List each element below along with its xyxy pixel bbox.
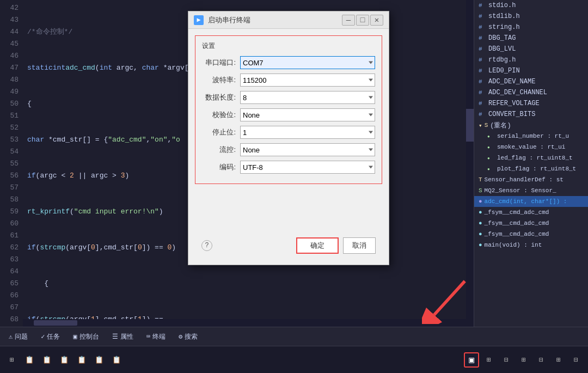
flow-control-select-wrapper[interactable]: None RTS/CTS [240,143,375,156]
settings-section: 设置 串口端口: COM7 COM1 COM3 波特率: [195,35,382,184]
stop-bits-row: 停止位: 1 2 [202,126,375,139]
dialog-footer: ? 确定 取消 [195,233,382,258]
dialog-titlebar: ▶ 启动串行终端 — □ ✕ [188,11,389,29]
dialog-title: 启动串行终端 [208,15,341,25]
baud-rate-row: 波特率: 115200 9600 38400 [202,74,375,87]
parity-label: 校验位: [202,110,236,120]
stop-bits-label: 停止位: [202,127,236,137]
stop-bits-select[interactable]: 1 2 [240,126,375,139]
dialog-minimize-btn[interactable]: — [342,15,355,26]
cancel-button[interactable]: 取消 [343,237,376,254]
parity-select-wrapper[interactable]: None Even Odd [240,108,375,121]
dialog-empty-area [195,189,382,233]
section-title: 设置 [202,41,375,51]
com-port-select[interactable]: COM7 COM1 COM3 [240,56,375,69]
confirm-button[interactable]: 确定 [296,237,339,254]
parity-row: 校验位: None Even Odd [202,108,375,121]
data-length-label: 数据长度: [202,93,236,102]
data-length-select-wrapper[interactable]: 8 7 [240,91,375,104]
serial-terminal-dialog: ▶ 启动串行终端 — □ ✕ 设置 串口端口: COM7 COM1 COM3 [188,11,389,265]
baud-rate-select-wrapper[interactable]: 115200 9600 38400 [240,74,375,87]
baud-rate-label: 波特率: [202,75,236,85]
svg-line-1 [434,281,465,315]
com-port-row: 串口端口: COM7 COM1 COM3 [202,56,375,69]
encoding-row: 编码: UTF-8 GBK ASCII [202,161,375,174]
encoding-select-wrapper[interactable]: UTF-8 GBK ASCII [240,161,375,174]
com-port-label: 串口端口: [202,58,236,68]
encoding-select[interactable]: UTF-8 GBK ASCII [240,161,375,174]
dialog-body: 设置 串口端口: COM7 COM1 COM3 波特率: [188,29,389,265]
dialog-icon: ▶ [194,15,204,25]
red-arrow-indicator [422,275,471,324]
baud-rate-select[interactable]: 115200 9600 38400 [240,74,375,87]
help-button[interactable]: ? [201,240,212,251]
data-length-select[interactable]: 8 7 [240,91,375,104]
stop-bits-select-wrapper[interactable]: 1 2 [240,126,375,139]
com-port-select-wrapper[interactable]: COM7 COM1 COM3 [240,56,375,69]
dialog-close-btn[interactable]: ✕ [370,15,383,26]
parity-select[interactable]: None Even Odd [240,108,375,121]
flow-control-select[interactable]: None RTS/CTS [240,143,375,156]
data-length-row: 数据长度: 8 7 [202,91,375,104]
modal-overlay: ▶ 启动串行终端 — □ ✕ 设置 串口端口: COM7 COM1 COM3 [0,0,588,373]
dialog-maximize-btn[interactable]: □ [356,15,369,26]
flow-control-label: 流控: [202,145,236,155]
footer-buttons: 确定 取消 [296,237,376,254]
flow-control-row: 流控: None RTS/CTS [202,143,375,156]
encoding-label: 编码: [202,162,236,172]
